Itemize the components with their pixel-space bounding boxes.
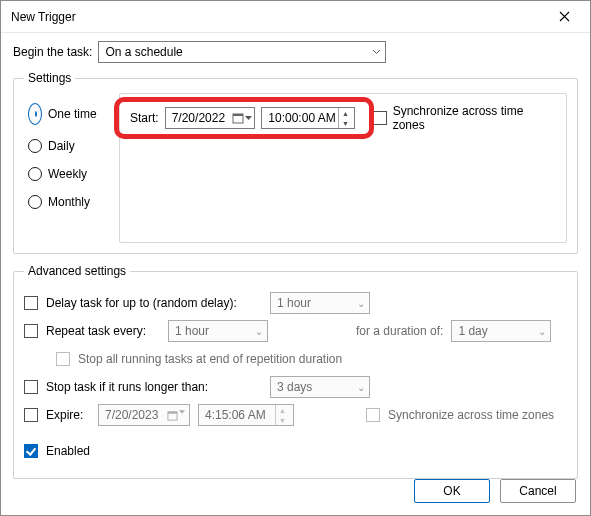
start-date-value: 7/20/2022 [172, 111, 225, 125]
dialog-body: Begin the task: On a schedule Settings O… [1, 33, 590, 515]
repeat-value: 1 hour [175, 324, 209, 338]
cancel-button[interactable]: Cancel [500, 479, 576, 503]
radio-monthly-label: Monthly [48, 195, 90, 209]
spinner-icon[interactable]: ▲▼ [275, 405, 289, 425]
expire-time-value: 4:15:06 AM [205, 408, 266, 422]
expire-date-picker[interactable]: 7/20/2023 [98, 404, 190, 426]
delay-value: 1 hour [277, 296, 311, 310]
repeat-duration-dropdown[interactable]: 1 day ⌄ [451, 320, 551, 342]
close-icon [559, 11, 570, 22]
start-row: Start: 7/20/2022 10:00:00 AM ▲▼ [130, 104, 556, 132]
sync-timezones-label: Synchronize across time zones [393, 104, 556, 132]
expire-sync-checkbox [366, 408, 380, 422]
expire-label: Expire: [46, 408, 90, 422]
schedule-detail-pane: Start: 7/20/2022 10:00:00 AM ▲▼ [119, 93, 567, 243]
radio-weekly-label: Weekly [48, 167, 87, 181]
stop-long-checkbox[interactable] [24, 380, 38, 394]
ok-label: OK [443, 484, 460, 498]
radio-icon [28, 139, 42, 153]
delay-checkbox[interactable] [24, 296, 38, 310]
delay-value-dropdown[interactable]: 1 hour ⌄ [270, 292, 370, 314]
start-time-value: 10:00:00 AM [268, 111, 335, 125]
begin-task-label: Begin the task: [13, 45, 92, 59]
radio-icon [28, 167, 42, 181]
begin-task-row: Begin the task: On a schedule [13, 41, 578, 63]
chevron-down-icon: ⌄ [357, 298, 365, 309]
svg-rect-3 [168, 411, 177, 413]
close-button[interactable] [542, 2, 586, 32]
enabled-label: Enabled [46, 444, 90, 458]
calendar-dropdown-icon [167, 410, 185, 421]
expire-time-picker[interactable]: 4:15:06 AM ▲▼ [198, 404, 294, 426]
svg-rect-1 [233, 114, 243, 116]
begin-task-dropdown[interactable]: On a schedule [98, 41, 386, 63]
start-date-picker[interactable]: 7/20/2022 [165, 107, 256, 129]
stop-long-row: Stop task if it runs longer than: 3 days… [24, 376, 567, 398]
radio-icon [28, 195, 42, 209]
chevron-down-icon: ⌄ [357, 382, 365, 393]
calendar-dropdown-icon [232, 112, 252, 124]
radio-daily-label: Daily [48, 139, 75, 153]
settings-group: Settings One time Daily Weekly [13, 71, 578, 254]
radio-weekly[interactable]: Weekly [28, 167, 119, 181]
repeat-row: Repeat task every: 1 hour ⌄ for a durati… [24, 320, 567, 342]
new-trigger-dialog: New Trigger Begin the task: On a schedul… [0, 0, 591, 516]
spinner-icon[interactable]: ▲▼ [338, 108, 352, 128]
radio-icon [28, 103, 42, 125]
schedule-radio-group: One time Daily Weekly Monthly [24, 93, 119, 243]
stop-long-value-dropdown[interactable]: 3 days ⌄ [270, 376, 370, 398]
window-title: New Trigger [11, 10, 76, 24]
enabled-checkbox[interactable] [24, 444, 38, 458]
repeat-stop-checkbox [56, 352, 70, 366]
chevron-down-icon [372, 49, 381, 55]
stop-long-label: Stop task if it runs longer than: [46, 380, 262, 394]
start-time-picker[interactable]: 10:00:00 AM ▲▼ [261, 107, 355, 129]
repeat-duration-label: for a duration of: [356, 324, 443, 338]
radio-one-time[interactable]: One time [28, 103, 119, 125]
chevron-down-icon: ⌄ [255, 326, 263, 337]
radio-daily[interactable]: Daily [28, 139, 119, 153]
start-label: Start: [130, 111, 159, 125]
enabled-row: Enabled [24, 440, 567, 462]
settings-legend: Settings [24, 71, 75, 85]
repeat-checkbox[interactable] [24, 324, 38, 338]
radio-one-time-label: One time [48, 107, 97, 121]
expire-date-value: 7/20/2023 [105, 408, 158, 422]
ok-button[interactable]: OK [414, 479, 490, 503]
repeat-label: Repeat task every: [46, 324, 160, 338]
repeat-value-dropdown[interactable]: 1 hour ⌄ [168, 320, 268, 342]
sync-timezones-checkbox[interactable] [373, 111, 387, 125]
expire-sync-label: Synchronize across time zones [388, 408, 554, 422]
titlebar: New Trigger [1, 1, 590, 33]
cancel-label: Cancel [519, 484, 556, 498]
expire-checkbox[interactable] [24, 408, 38, 422]
begin-task-value: On a schedule [105, 45, 182, 59]
advanced-legend: Advanced settings [24, 264, 130, 278]
chevron-down-icon: ⌄ [538, 326, 546, 337]
radio-monthly[interactable]: Monthly [28, 195, 119, 209]
repeat-stop-row: Stop all running tasks at end of repetit… [24, 348, 567, 370]
advanced-settings-group: Advanced settings Delay task for up to (… [13, 264, 578, 479]
dialog-buttons: OK Cancel [414, 479, 576, 503]
stop-long-value: 3 days [277, 380, 312, 394]
expire-row: Expire: 7/20/2023 4:15:06 AM ▲▼ Sync [24, 404, 567, 426]
repeat-duration-value: 1 day [458, 324, 487, 338]
delay-row: Delay task for up to (random delay): 1 h… [24, 292, 567, 314]
delay-label: Delay task for up to (random delay): [46, 296, 262, 310]
repeat-stop-label: Stop all running tasks at end of repetit… [78, 352, 342, 366]
